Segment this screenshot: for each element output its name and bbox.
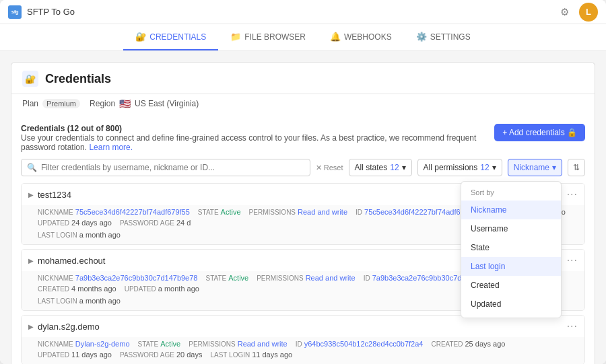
page-header: 🔐 Credentials [11, 62, 595, 94]
app-icon: sfg [8, 5, 22, 19]
page-meta: Plan Premium Region 🇺🇸 US East (Virginia… [11, 94, 595, 116]
sort-panel: Sort by Nickname Username State Last log… [461, 181, 562, 318]
add-credentials-button[interactable]: + Add credentials 🔒 [494, 124, 585, 141]
permissions-link-dylan[interactable]: Read and write [238, 340, 288, 348]
expand-icon-mohamed: ▶ [28, 257, 34, 264]
settings-gear-button[interactable]: ⚙ [555, 3, 574, 22]
credential-item-dylan: ▶ dylan.s2g.demo ··· NICKNAME Dylan-s2g-… [21, 315, 585, 364]
credential-header-dylan[interactable]: ▶ dylan.s2g.demo ··· [22, 316, 584, 337]
updated-value-mohamed: a month ago [158, 285, 199, 293]
credentials-tab-icon: 🔐 [135, 32, 146, 42]
permissions-filter-dropdown[interactable]: All permissions 12 ▾ [417, 159, 502, 176]
title-bar: sfg SFTP To Go ⚙ L [0, 0, 606, 24]
sort-option-created[interactable]: Created [461, 276, 561, 295]
search-box[interactable]: 🔍 [21, 159, 310, 176]
detail-updated-test1234: UPDATED 24 days ago [38, 219, 112, 227]
detail-created-dylan: CREATED 25 days ago [431, 340, 505, 348]
id-link-dylan[interactable]: y64bc938c504b12c28ed4cc0b7f2a4 [304, 340, 424, 348]
detail-state-test1234: STATE Active [198, 208, 241, 216]
title-bar-right: ⚙ L [555, 3, 598, 22]
sort-option-username[interactable]: Username [461, 219, 561, 238]
nickname-link-mohamed[interactable]: 7a9b3e3ca2e76c9bb30c7d147b9e78 [75, 274, 198, 282]
updated-value-dylan: 11 days ago [71, 351, 112, 359]
plan-value: Premium [42, 99, 80, 108]
states-filter-dropdown[interactable]: All states 12 ▾ [349, 159, 412, 176]
detail-updated-dylan: UPDATED 11 days ago [38, 351, 112, 359]
created-value-dylan: 25 days ago [465, 340, 506, 348]
detail-permissions-test1234: PERMISSIONS Read and write [249, 208, 347, 216]
page-title: Credentials [45, 72, 111, 86]
sort-panel-title: Sort by [461, 186, 561, 201]
reset-button[interactable]: ✕ Reset [316, 163, 343, 172]
sort-chevron: ▾ [552, 163, 556, 172]
nav-bar: 🔐 CREDENTIALS 📁 FILE BROWSER 🔔 WEBHOOKS … [0, 24, 606, 51]
nickname-link-dylan[interactable]: Dylan-s2g-demo [75, 340, 130, 348]
region-label: Region [90, 99, 115, 108]
detail-nickname-test1234: NICKNAME 75c5ece34d6f42227bf74adf679f55 [38, 208, 190, 216]
permissions-link-mohamed[interactable]: Read and write [306, 274, 356, 282]
sort-dropdown[interactable]: Nickname ▾ Sort by Nickname Username Sta… [508, 159, 562, 176]
detail-created-mohamed: CREATED 4 months ago [38, 285, 116, 293]
permissions-link-test1234[interactable]: Read and write [298, 208, 347, 216]
tab-credentials[interactable]: 🔐 CREDENTIALS [123, 24, 218, 50]
app-title: SFTP To Go [27, 7, 75, 17]
created-value-mohamed: 4 months ago [71, 285, 116, 293]
detail-permissions-mohamed: PERMISSIONS Read and write [257, 274, 355, 282]
region-value: US East (Virginia) [135, 99, 199, 108]
credentials-section-title: Credentials (12 out of 800) [21, 124, 122, 133]
sort-option-state[interactable]: State [461, 238, 561, 257]
state-value-mohamed: Active [228, 274, 248, 282]
detail-updated-mohamed: UPDATED a month ago [125, 285, 199, 293]
state-value-test1234: Active [221, 208, 241, 216]
learn-more-link[interactable]: Learn more. [89, 143, 133, 152]
updated-value-test1234: 24 days ago [71, 219, 112, 227]
detail-nickname-mohamed: NICKNAME 7a9b3e3ca2e76c9bb30c7d147b9e78 [38, 274, 197, 282]
sort-option-lastlogin[interactable]: Last login [461, 257, 561, 276]
detail-password-age-test1234: PASSWORD AGE 24 d [120, 219, 191, 227]
detail-password-age-dylan: PASSWORD AGE 20 days [120, 351, 202, 359]
password-age-value-dylan: 20 days [176, 351, 203, 359]
nickname-link-test1234[interactable]: 75c5ece34d6f42227bf74adf679f55 [75, 208, 190, 216]
credential-details-dylan: NICKNAME Dylan-s2g-demo STATE Active PER… [22, 337, 584, 364]
tab-file-browser[interactable]: 📁 FILE BROWSER [218, 24, 318, 50]
tab-settings[interactable]: ⚙️ SETTINGS [404, 24, 483, 50]
expand-icon-test1234: ▶ [28, 191, 34, 198]
credentials-info: Credentials (12 out of 800) Use your cre… [21, 124, 494, 152]
app-window: sfg SFTP To Go ⚙ L 🔐 CREDENTIALS 📁 FILE … [0, 0, 606, 364]
sort-option-updated[interactable]: Updated [461, 295, 561, 314]
filter-row: 🔍 ✕ Reset All states 12 ▾ All permission… [21, 159, 585, 176]
page-header-icon: 🔐 [22, 71, 38, 87]
detail-state-mohamed: STATE Active [205, 274, 248, 282]
search-icon: 🔍 [27, 163, 37, 172]
credential-name-dylan: dylan.s2g.demo [38, 322, 567, 332]
permissions-dropdown-chevron: ▾ [492, 163, 496, 172]
region-flag: 🇺🇸 [119, 98, 131, 109]
user-avatar[interactable]: L [579, 3, 598, 22]
detail-permissions-dylan: PERMISSIONS Read and write [189, 340, 287, 348]
main-panel: Credentials (12 out of 800) Use your cre… [11, 116, 595, 364]
page-content: 🔐 Credentials Plan Premium Region 🇺🇸 US … [0, 51, 606, 364]
detail-state-dylan: STATE Active [138, 340, 181, 348]
expand-icon-dylan: ▶ [28, 323, 34, 330]
credential-menu-mohamed[interactable]: ··· [567, 254, 578, 266]
last-login-value-dylan: 11 days ago [252, 351, 292, 359]
credentials-header: Credentials (12 out of 800) Use your cre… [21, 124, 585, 152]
settings-tab-icon: ⚙️ [416, 32, 427, 42]
last-login-value-test1234: a month ago [79, 231, 121, 239]
title-bar-left: sfg SFTP To Go [8, 5, 75, 19]
password-age-value-test1234: 24 d [176, 219, 191, 227]
credential-menu-dylan[interactable]: ··· [567, 320, 578, 332]
tab-webhooks[interactable]: 🔔 WEBHOOKS [318, 24, 404, 50]
webhooks-tab-icon: 🔔 [330, 32, 341, 42]
plan-label: Plan [22, 99, 38, 108]
detail-id-dylan: ID y64bc938c504b12c28ed4cc0b7f2a4 [296, 340, 424, 348]
detail-last-login-dylan: LAST LOGIN 11 days ago [210, 351, 292, 359]
sort-option-nickname[interactable]: Nickname [461, 201, 561, 219]
state-value-dylan: Active [160, 340, 180, 348]
states-dropdown-chevron: ▾ [402, 163, 406, 172]
sort-direction-button[interactable]: ⇅ [568, 159, 585, 176]
detail-nickname-dylan: NICKNAME Dylan-s2g-demo [38, 340, 130, 348]
credential-menu-test1234[interactable]: ··· [567, 188, 578, 201]
search-input[interactable] [41, 163, 304, 172]
last-login-value-mohamed: a month ago [79, 297, 121, 305]
